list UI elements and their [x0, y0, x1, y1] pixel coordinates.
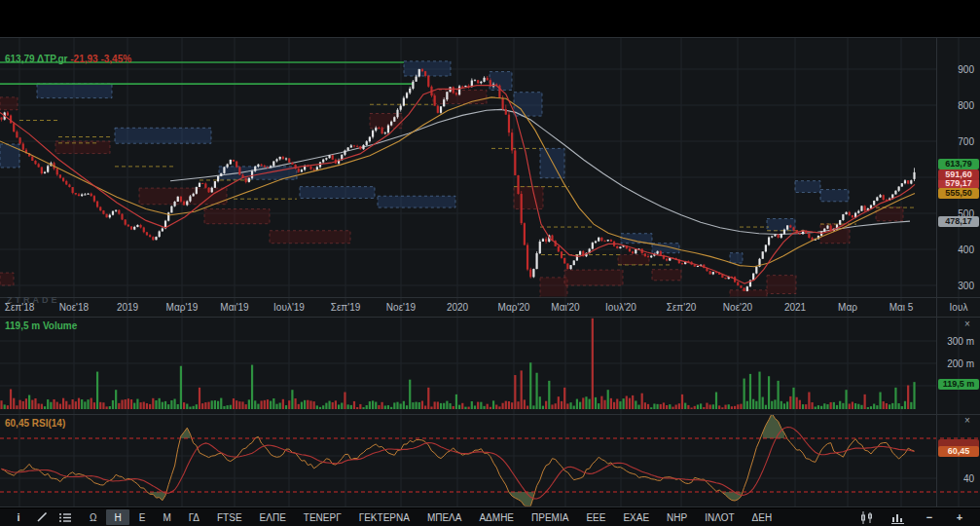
svg-text:Ιουλ: Ιουλ [950, 302, 968, 313]
symbol-button-ΝΗΡ[interactable]: ΝΗΡ [659, 509, 695, 525]
volume-pane-label: 119,5 m Volume [5, 320, 77, 331]
symbol-button-ΕΕΕ[interactable]: ΕΕΕ [578, 509, 613, 525]
svg-text:700: 700 [958, 136, 974, 147]
info-icon[interactable]: i [8, 509, 29, 525]
instrument-price: 613,79 [5, 54, 35, 64]
symbol-button-ΓΔ[interactable]: ΓΔ [181, 509, 207, 525]
zoom-in-icon[interactable]: + [949, 509, 970, 525]
svg-text:300 m: 300 m [947, 336, 974, 347]
watchlist-icon[interactable] [54, 509, 76, 525]
timeframe-button-M[interactable]: M [155, 509, 178, 525]
ztrade-watermark: ZTRADE [7, 295, 60, 305]
svg-text:800: 800 [958, 100, 974, 111]
price-axis-badge: 555,50 [938, 188, 979, 199]
svg-text:Σεπ'19: Σεπ'19 [331, 302, 361, 313]
symbol-button-ΕΛΠΕ[interactable]: ΕΛΠΕ [252, 509, 294, 525]
svg-text:Μαι'19: Μαι'19 [220, 302, 249, 313]
symbol-button-ΤΕΝΕΡΓ[interactable]: ΤΕΝΕΡΓ [296, 509, 349, 525]
svg-text:Σεπ'20: Σεπ'20 [667, 302, 697, 313]
svg-text:200 m: 200 m [947, 358, 974, 369]
symbol-button-ΠΡΕΜΙΑ[interactable]: ΠΡΕΜΙΑ [524, 509, 576, 525]
svg-text:Μαι'20: Μαι'20 [551, 302, 580, 313]
price-axis-badge: 591,60 [938, 169, 979, 180]
instrument-label: 613,79 ΔTP.gr -21,93 -3,45% [5, 54, 131, 64]
timeframe-button-H[interactable]: H [106, 509, 128, 525]
svg-text:Μαρ: Μαρ [838, 302, 857, 313]
rsi-pane-label: 60,45 RSI(14) [5, 418, 65, 429]
instrument-symbol: ΔTP.gr [37, 54, 67, 64]
symbol-button-FTSE[interactable]: FTSE [209, 509, 250, 525]
rsi-pane-close-icon[interactable]: × [962, 415, 973, 427]
symbol-button-ΓΕΚΤΕΡΝΑ[interactable]: ΓΕΚΤΕΡΝΑ [351, 509, 417, 525]
svg-text:300: 300 [958, 281, 974, 291]
timeframe-button-Ω[interactable]: Ω [82, 509, 104, 525]
candlestick-chart-icon[interactable] [855, 509, 879, 525]
svg-text:40: 40 [963, 473, 975, 484]
svg-text:Μαι 5: Μαι 5 [889, 302, 914, 313]
toolbar-right-group: − + [855, 508, 980, 526]
symbol-button-ΙΝΛΟΤ[interactable]: ΙΝΛΟΤ [697, 509, 742, 525]
svg-text:Νοε'19: Νοε'19 [386, 302, 417, 313]
draw-pencil-icon[interactable] [31, 509, 53, 525]
svg-text:Ιουλ'20: Ιουλ'20 [605, 302, 636, 313]
chart-canvas[interactable]: 900800700500400300300 m200 m40Σεπ'18Νοε'… [0, 0, 980, 526]
svg-text:2020: 2020 [447, 302, 469, 313]
svg-text:Μαρ'20: Μαρ'20 [498, 302, 530, 313]
symbol-button-ΕΧΑΕ[interactable]: ΕΧΑΕ [615, 509, 657, 525]
symbol-button-ΜΠΕΛΑ[interactable]: ΜΠΕΛΑ [419, 509, 470, 525]
svg-text:Ιουλ'19: Ιουλ'19 [273, 302, 305, 313]
svg-text:2021: 2021 [784, 302, 807, 313]
zoom-out-icon[interactable]: − [919, 509, 940, 525]
price-axis-badge: 613,79 [938, 159, 979, 169]
bottom-toolbar: i ΩHEMΓΔFTSEΕΛΠΕΤΕΝΕΡΓΓΕΚΤΕΡΝΑΜΠΕΛΑΑΔΜΗΕ… [0, 508, 980, 526]
svg-text:Μαρ'19: Μαρ'19 [166, 302, 199, 313]
volume-pane-close-icon[interactable]: × [962, 319, 973, 330]
price-axis-badge: 478,17 [938, 216, 979, 227]
svg-text:Νοε'20: Νοε'20 [723, 302, 753, 313]
trading-app-window: 900800700500400300300 m200 m40Σεπ'18Νοε'… [0, 0, 980, 526]
rsi-axis-badge: 60,45 [938, 446, 979, 457]
symbol-button-ΑΔΜΗΕ[interactable]: ΑΔΜΗΕ [471, 509, 522, 525]
toolbar-left-group: i ΩHEMΓΔFTSEΕΛΠΕΤΕΝΕΡΓΓΕΚΤΕΡΝΑΜΠΕΛΑΑΔΜΗΕ… [0, 508, 780, 526]
timeframe-button-E[interactable]: E [131, 509, 154, 525]
instrument-change: -21,93 [70, 54, 97, 64]
instrument-change-pct: -3,45% [100, 54, 131, 64]
svg-text:900: 900 [958, 64, 974, 75]
svg-text:Νοε'18: Νοε'18 [59, 302, 90, 313]
volume-bars-icon[interactable] [888, 509, 910, 525]
volume-axis-badge: 119,5 m [938, 379, 979, 390]
toolbar-buttons: ΩHEMΓΔFTSEΕΛΠΕΤΕΝΕΡΓΓΕΚΤΕΡΝΑΜΠΕΛΑΑΔΜΗΕΠΡ… [82, 509, 780, 525]
svg-text:2019: 2019 [117, 302, 139, 313]
symbol-button-ΔΕΗ[interactable]: ΔΕΗ [744, 509, 780, 525]
svg-text:400: 400 [958, 244, 974, 255]
